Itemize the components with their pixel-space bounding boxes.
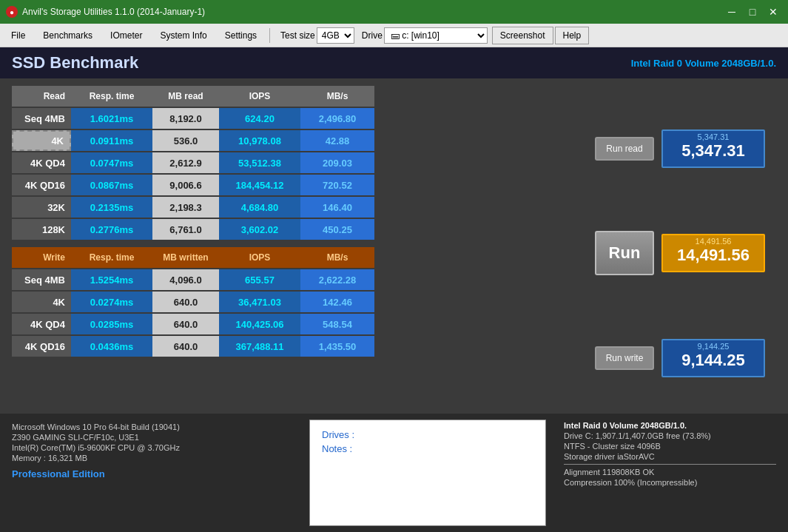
table-row: 4K 0.0274ms 640.0 36,471.03 142.46 <box>12 292 572 312</box>
window-title: Anvil's Storage Utilities 1.1.0 (2014-Ja… <box>22 7 205 17</box>
row-iops: 624.20 <box>219 108 300 129</box>
row-iops: 4,684.80 <box>219 197 300 218</box>
main-content: Read Resp. time MB read IOPS MB/s Seq 4M… <box>0 78 788 414</box>
test-size-label: Test size <box>280 30 315 41</box>
row-resp: 1.6021ms <box>71 108 152 129</box>
write-col-mbs: MB/s <box>300 247 374 268</box>
test-size-select[interactable]: 4GB <box>317 27 354 44</box>
row-label: 32K <box>12 197 71 218</box>
drive-info-line2: Drive C: 1,907.1/1,407.0GB free (73.8%) <box>564 431 776 440</box>
drive-info-line4: Storage driver iaStorAVC <box>564 452 776 461</box>
minimize-button[interactable]: ─ <box>723 4 741 19</box>
drive-select[interactable]: 🖴 c: [win10] <box>384 27 488 44</box>
row-mb: 6,761.0 <box>152 219 219 240</box>
row-label: Seq 4MB <box>12 269 71 290</box>
menu-benchmarks[interactable]: Benchmarks <box>35 27 101 44</box>
total-score-label: 14,491.56 <box>696 237 732 246</box>
read-col-mbs: MB/s <box>300 86 374 107</box>
row-resp: 0.0867ms <box>71 175 152 195</box>
read-col-resp: Resp. time <box>71 86 152 107</box>
row-label: 4K <box>12 130 71 151</box>
maximize-button[interactable]: □ <box>744 4 761 19</box>
read-score-value: 5,347.31 <box>672 141 755 161</box>
row-resp: 0.0747ms <box>71 152 152 173</box>
write-score-box: 9,144.25 9,144.25 <box>661 339 765 377</box>
menu-system-info[interactable]: System Info <box>152 27 215 44</box>
run-button[interactable]: Run <box>595 231 654 275</box>
read-header-row: Read Resp. time MB read IOPS MB/s <box>12 86 572 107</box>
read-score-label: 5,347.31 <box>698 132 730 141</box>
row-mbs: 2,496.80 <box>300 108 374 129</box>
row-label: 4K QD4 <box>12 152 71 173</box>
row-iops: 3,602.02 <box>219 219 300 240</box>
row-iops: 184,454.12 <box>219 175 300 195</box>
table-row: 4K QD4 0.0285ms 640.0 140,425.06 548.54 <box>12 314 572 334</box>
sys-line4: Memory : 16,321 MB <box>12 454 292 462</box>
row-mb: 536.0 <box>152 130 219 151</box>
table-row: 4K QD4 0.0747ms 2,612.9 53,512.38 209.03 <box>12 152 572 173</box>
table-spacer <box>12 241 572 247</box>
row-iops: 367,488.11 <box>219 336 300 357</box>
read-col-iops: IOPS <box>219 86 300 107</box>
row-mb: 2,198.3 <box>152 197 219 218</box>
menu-bar: File Benchmarks IOmeter System Info Sett… <box>0 24 788 47</box>
row-mb: 2,612.9 <box>152 152 219 173</box>
drive-info-line7: Compression 100% (Incompressible) <box>564 478 776 487</box>
read-col-mb: MB read <box>152 86 219 107</box>
screenshot-button[interactable]: Screenshot <box>492 27 553 44</box>
run-read-button[interactable]: Run read <box>595 137 654 161</box>
bottom-bar: Microsoft Windows 10 Pro 64-bit Build (1… <box>0 414 788 532</box>
table-row: 4K 0.0911ms 536.0 10,978.08 42.88 <box>12 130 572 151</box>
drive-label: Drive <box>362 30 383 41</box>
write-col-resp: Resp. time <box>71 247 152 268</box>
table-row: 4K QD16 0.0867ms 9,006.6 184,454.12 720.… <box>12 175 572 195</box>
row-resp: 0.0911ms <box>71 130 152 151</box>
row-iops: 53,512.38 <box>219 152 300 173</box>
right-panel: Run read 5,347.31 5,347.31 Run 14,491.56… <box>584 86 776 406</box>
drive-info-divider <box>564 464 776 465</box>
notes-panel: Drives : Notes : <box>309 420 546 526</box>
app-header-info: Intel Raid 0 Volume 2048GB/1.0. <box>631 58 776 69</box>
row-label: Seq 4MB <box>12 108 71 129</box>
row-label: 128K <box>12 219 71 240</box>
total-score-value: 14,491.56 <box>672 246 755 265</box>
total-score-box: 14,491.56 14,491.56 <box>661 234 765 272</box>
menu-settings[interactable]: Settings <box>217 27 265 44</box>
run-main-section: Run 14,491.56 14,491.56 <box>595 231 765 275</box>
table-row: Seq 4MB 1.6021ms 8,192.0 624.20 2,496.80 <box>12 108 572 129</box>
close-button[interactable]: ✕ <box>764 4 782 19</box>
row-mbs: 42.88 <box>300 130 374 151</box>
row-iops: 655.57 <box>219 269 300 290</box>
row-resp: 1.5254ms <box>71 269 152 290</box>
menu-file[interactable]: File <box>3 27 33 44</box>
help-button[interactable]: Help <box>555 27 590 44</box>
row-iops: 36,471.03 <box>219 292 300 312</box>
row-mbs: 146.40 <box>300 197 374 218</box>
row-mb: 640.0 <box>152 336 219 357</box>
run-write-section: Run write 9,144.25 9,144.25 <box>595 339 765 377</box>
row-label: 4K QD16 <box>12 175 71 195</box>
row-resp: 0.2776ms <box>71 219 152 240</box>
run-write-button[interactable]: Run write <box>595 346 654 370</box>
table-row: 128K 0.2776ms 6,761.0 3,602.02 450.25 <box>12 219 572 240</box>
row-resp: 0.0436ms <box>71 336 152 357</box>
row-mbs: 209.03 <box>300 152 374 173</box>
table-row: Seq 4MB 1.5254ms 4,096.0 655.57 2,622.28 <box>12 269 572 290</box>
row-label: 4K QD16 <box>12 336 71 357</box>
row-label: 4K QD4 <box>12 314 71 334</box>
menu-separator <box>269 28 270 43</box>
write-score-label: 9,144.25 <box>698 342 730 351</box>
drive-info-line3: NTFS - Cluster size 4096B <box>564 442 776 451</box>
edition-label: Professional Edition <box>12 468 292 479</box>
sys-line3: Intel(R) Core(TM) i5-9600KF CPU @ 3.70GH… <box>12 443 292 452</box>
write-col-mb: MB written <box>152 247 219 268</box>
drive-info-line6: Alignment 119808KB OK <box>564 468 776 477</box>
drive-info-line1: Intel Raid 0 Volume 2048GB/1.0. <box>564 421 776 430</box>
row-mb: 4,096.0 <box>152 269 219 290</box>
sys-line2: Z390 GAMING SLI-CF/F10c, U3E1 <box>12 433 292 442</box>
write-col-iops: IOPS <box>219 247 300 268</box>
menu-iometer[interactable]: IOmeter <box>102 27 150 44</box>
row-mbs: 720.52 <box>300 175 374 195</box>
notes-label: Notes : <box>322 443 533 454</box>
row-resp: 0.0274ms <box>71 292 152 312</box>
